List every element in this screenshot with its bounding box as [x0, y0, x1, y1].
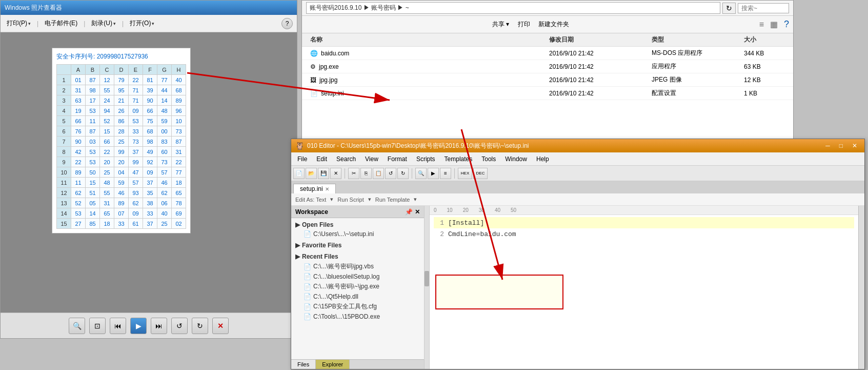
menu-burn[interactable]: 刻录(U) ▾: [89, 18, 118, 29]
editor-right-scrollbar[interactable]: [858, 206, 864, 369]
view-icon-btn[interactable]: ▦: [770, 20, 778, 29]
menu-scripts[interactable]: Scripts: [412, 154, 439, 164]
paste-btn[interactable]: 📋: [373, 168, 384, 179]
menu-format[interactable]: Format: [383, 154, 411, 164]
find-next-btn[interactable]: ▶: [428, 168, 439, 179]
editor-toolbar: 📄 📂 💾 ✕ ✂ ⎘ 📋 ↺ ↻ 🔍 ▶ ≡ HEX DEC: [291, 166, 864, 181]
editor-tabs: setup.ini ✕: [291, 181, 864, 193]
redo-btn[interactable]: ↻: [397, 168, 409, 179]
editor-ruler: 0 10 20 30 40 50: [430, 206, 858, 215]
play-toolbar-btn[interactable]: ▶: [130, 318, 147, 334]
menu-help[interactable]: Help: [532, 154, 553, 164]
close-file-btn[interactable]: ✕: [330, 168, 341, 179]
toolbar-divider-2: [412, 168, 412, 179]
menu-tools[interactable]: Tools: [477, 154, 500, 164]
find-btn[interactable]: 🔍: [415, 168, 427, 179]
workspace-file-item[interactable]: 📄C:\...\Qt5Help.dll: [293, 292, 422, 301]
tab-setup-ini[interactable]: setup.ini ✕: [293, 184, 336, 193]
hex-btn[interactable]: HEX: [458, 168, 472, 179]
menu-search[interactable]: Search: [332, 154, 360, 164]
workspace-file-item[interactable]: 📄C:\Users\...\~\setup.ini: [293, 229, 422, 239]
section-arrow: ▶: [295, 221, 300, 228]
fit-toolbar-btn[interactable]: ⊡: [89, 318, 106, 334]
editor-title: 010 Editor - C:\Users\15pb-win7\Desktop\…: [307, 142, 529, 150]
print-btn[interactable]: 打印: [516, 19, 532, 30]
new-file-btn[interactable]: 📄: [293, 168, 305, 179]
share-btn[interactable]: 共享 ▾: [490, 19, 511, 30]
photo-viewer-content: 安全卡序列号: 209998017527936 A B C D E F G H: [1, 32, 297, 313]
help-icon[interactable]: ?: [784, 19, 789, 30]
copy-btn[interactable]: ⎘: [360, 168, 372, 179]
file-icon: 📄: [310, 90, 318, 97]
workspace-section-header[interactable]: ▶ Recent Files: [293, 252, 422, 261]
workspace-file-item[interactable]: 📄C:\15PB安全工具包.cfg: [293, 301, 422, 312]
edit-as-text[interactable]: Edit As: Text: [295, 197, 326, 203]
dec-btn[interactable]: DEC: [473, 168, 488, 179]
file-icon: 🌐: [310, 50, 318, 57]
file-icon: 📄: [304, 313, 311, 320]
view-toggle-btn[interactable]: ≡: [759, 20, 764, 29]
workspace-close-icon[interactable]: ✕: [415, 208, 420, 216]
code-content-1: [Install]: [448, 219, 484, 227]
file-list-item[interactable]: 🖼 jpg.jpg 2016/9/10 21:42 JPEG 图像 12 KB: [302, 73, 793, 87]
menu-print[interactable]: 打印(P) ▾: [5, 18, 33, 29]
photo-viewer-title: Windows 照片查看器: [5, 4, 62, 12]
delete-toolbar-btn[interactable]: ✕: [212, 318, 229, 334]
tab-files[interactable]: Files: [291, 360, 316, 369]
help-button[interactable]: ?: [281, 18, 293, 29]
menu-templates[interactable]: Templates: [440, 154, 477, 164]
workspace-content: ▶ Open Files📄C:\Users\...\~\setup.ini▶ F…: [291, 218, 424, 359]
tab-explorer[interactable]: Explorer: [316, 360, 350, 369]
run-script-btn[interactable]: Run Script: [337, 197, 364, 203]
menu-view[interactable]: View: [361, 154, 382, 164]
menu-open[interactable]: 打开(O) ▾: [128, 18, 156, 29]
next-toolbar-btn[interactable]: ⏭: [151, 318, 167, 334]
workspace-pin-icon[interactable]: 📌: [405, 208, 413, 216]
menu-file[interactable]: File: [293, 154, 311, 164]
new-folder-btn[interactable]: 新建文件夹: [536, 19, 571, 30]
photo-viewer-titlebar: Windows 照片查看器: [1, 1, 297, 15]
file-list-item[interactable]: 🌐 baidu.com 2016/9/10 21:42 MS-DOS 应用程序 …: [302, 47, 793, 60]
burn-menu-arrow: ▾: [113, 21, 116, 26]
tab-close-icon[interactable]: ✕: [325, 186, 329, 192]
file-type: MS-DOS 应用程序: [652, 49, 744, 57]
menu-window[interactable]: Window: [501, 154, 531, 164]
editor-minimize-btn[interactable]: ─: [822, 142, 833, 149]
open-file-btn[interactable]: 📂: [306, 168, 317, 179]
file-type: 应用程序: [652, 62, 744, 71]
file-icon: 📄: [304, 293, 311, 300]
workspace-panel: Workspace 📌 ✕ ▶ Open Files📄C:\Users\...\…: [291, 206, 425, 369]
prev-toolbar-btn[interactable]: ⏮: [110, 318, 126, 334]
address-path[interactable]: 账号密码2016.9.10 ▶ 账号密码 ▶ ~: [306, 2, 720, 14]
file-list-item[interactable]: ⚙ jpg.exe 2016/9/10 21:42 应用程序 63 KB: [302, 60, 793, 73]
workspace-section-header[interactable]: ▶ Favorite Files: [293, 241, 422, 250]
editor-maximize-btn[interactable]: □: [836, 142, 846, 149]
rotate-right-toolbar-btn[interactable]: ↻: [192, 318, 208, 334]
file-list-item[interactable]: 📄 setup.ini 2016/9/10 21:42 配置设置 1 KB: [302, 87, 793, 100]
workspace-file-item[interactable]: 📄C:\...\账号密码\~\jpg.exe: [293, 281, 422, 292]
menu-email[interactable]: 电子邮件(E): [43, 18, 79, 29]
line-num-2: 2: [434, 230, 444, 238]
file-date: 2016/9/10 21:42: [549, 76, 652, 84]
workspace-section-header[interactable]: ▶ Open Files: [293, 220, 422, 229]
workspace-icons: 📌 ✕: [405, 208, 420, 216]
rotate-left-toolbar-btn[interactable]: ↺: [171, 318, 188, 334]
search-toolbar-btn[interactable]: 🔍: [69, 318, 85, 334]
run-template-btn[interactable]: Run Template: [375, 197, 410, 203]
cut-btn[interactable]: ✂: [348, 168, 359, 179]
editor-code-area[interactable]: 1 [Install] 2 CmdLine=baidu.com: [430, 215, 858, 369]
toolbar-divider-1: [345, 168, 345, 179]
search-input[interactable]: [738, 3, 789, 13]
workspace-file-item[interactable]: 📄C:\Tools\...\15PBOD.exe: [293, 312, 422, 321]
workspace-file-item[interactable]: 📄C:\...\bluesoleilSetup.log: [293, 272, 422, 281]
menu-edit[interactable]: Edit: [312, 154, 331, 164]
compare-btn[interactable]: ≡: [440, 168, 451, 179]
workspace-scrollbar[interactable]: [425, 206, 430, 369]
file-icon: 📄: [304, 263, 311, 270]
undo-btn[interactable]: ↺: [385, 168, 396, 179]
file-size: 63 KB: [744, 63, 785, 70]
save-file-btn[interactable]: 💾: [318, 168, 329, 179]
workspace-file-item[interactable]: 📄C:\...\账号密码\jpg.vbs: [293, 261, 422, 272]
refresh-button[interactable]: ↻: [722, 3, 736, 14]
editor-close-btn[interactable]: ✕: [849, 142, 860, 149]
